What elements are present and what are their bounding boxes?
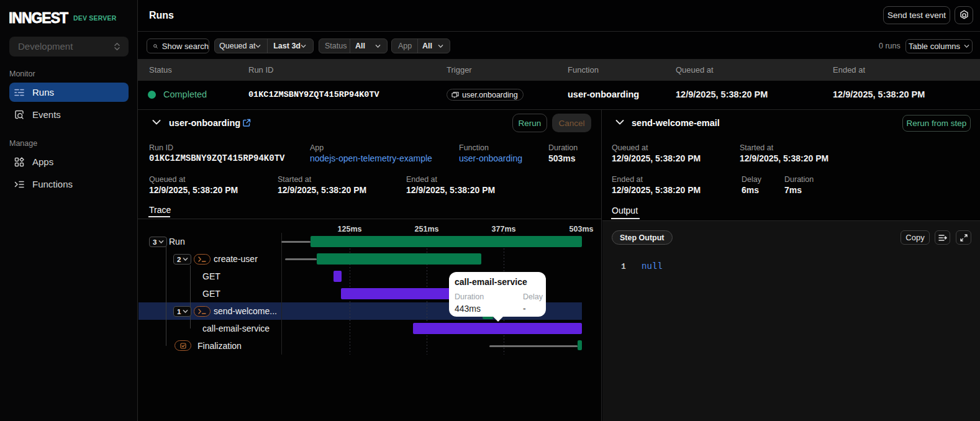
svg-text:INNGEST: INNGEST [9, 11, 68, 25]
